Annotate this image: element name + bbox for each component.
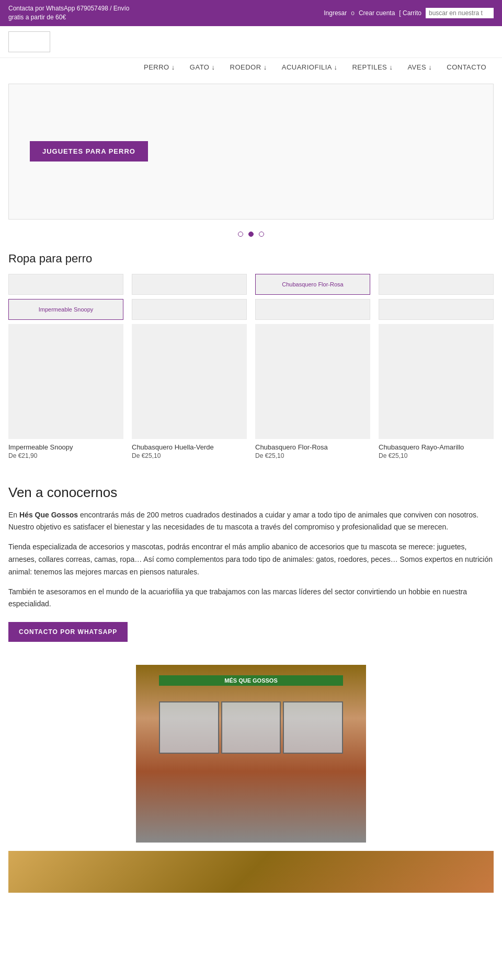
product-price-3: De €25,10 bbox=[379, 452, 494, 459]
or-separator: o bbox=[351, 9, 355, 17]
store-image-container: MÉS QUE GOSSOS bbox=[8, 665, 494, 843]
whatsapp-button[interactable]: CONTACTO POR WHATSAPP bbox=[8, 622, 128, 642]
nav-acuariofilia[interactable]: ACUARIOFILIA ↓ bbox=[275, 60, 345, 74]
header bbox=[0, 26, 502, 58]
bottom-image-strip bbox=[8, 851, 494, 893]
dot-3[interactable] bbox=[259, 232, 264, 237]
know-us-paragraph1: En Hés Que Gossos encontrarás más de 200… bbox=[8, 509, 494, 534]
top-label-2[interactable] bbox=[132, 274, 247, 295]
know-us-section: Ven a conocernos En Hés Que Gossos encon… bbox=[0, 472, 502, 665]
hero-button[interactable]: JUGUETES PARA PERRO bbox=[30, 141, 148, 162]
nav-aves[interactable]: AVES ↓ bbox=[400, 60, 439, 74]
product-price-0: De €21,90 bbox=[8, 452, 123, 459]
product-card-2[interactable]: Chubasquero Flor-Rosa De €25,10 bbox=[255, 324, 370, 459]
second-label-1-text: Impermeable Snoopy bbox=[39, 306, 94, 313]
login-link[interactable]: Ingresar bbox=[324, 9, 347, 17]
create-account-link[interactable]: Crear cuenta bbox=[359, 9, 395, 17]
paragraph1-text: encontrarás más de 200 metros cuadrados … bbox=[8, 511, 478, 532]
store-window-left bbox=[159, 701, 219, 754]
brand-name: Hés Que Gossos bbox=[19, 511, 78, 519]
product-card-1[interactable]: Chubasquero Huella-Verde De €25,10 bbox=[132, 324, 247, 459]
top-bar: Contacta por WhatsApp 679057498 / Envío … bbox=[0, 0, 502, 26]
store-windows bbox=[159, 701, 343, 754]
dot-1[interactable] bbox=[238, 232, 243, 237]
product-image-0 bbox=[8, 324, 123, 439]
store-window-right bbox=[283, 701, 343, 754]
store-window-center bbox=[221, 701, 281, 754]
nav-container: PERRO ↓ GATO ↓ ROEDOR ↓ ACUARIOFILIA ↓ R… bbox=[0, 58, 502, 78]
product-grid: Impermeable Snoopy De €21,90 Chubasquero… bbox=[0, 320, 502, 472]
store-facade: MÉS QUE GOSSOS bbox=[136, 665, 366, 843]
product-image-2 bbox=[255, 324, 370, 439]
nav-reptiles[interactable]: REPTILES ↓ bbox=[345, 60, 400, 74]
product-price-2: De €25,10 bbox=[255, 452, 370, 459]
contact-info: Contacta por WhatsApp 679057498 / Envío … bbox=[8, 4, 144, 22]
nav-roedor[interactable]: ROEDOR ↓ bbox=[223, 60, 275, 74]
nav-gato[interactable]: GATO ↓ bbox=[182, 60, 223, 74]
top-label-3[interactable]: Chubasquero Flor-Rosa bbox=[255, 274, 370, 295]
product-card-3[interactable]: Chubasquero Rayo-Amarillo De €25,10 bbox=[379, 324, 494, 459]
contact-text: Contacta por WhatsApp 679057498 / Envío … bbox=[8, 5, 130, 21]
product-image-3 bbox=[379, 324, 494, 439]
products-section-title: Ropa para perro bbox=[0, 244, 502, 270]
product-name-1: Chubasquero Huella-Verde bbox=[132, 443, 247, 451]
know-us-title: Ven a conocernos bbox=[8, 485, 494, 501]
logo[interactable] bbox=[8, 31, 50, 52]
second-label-4[interactable] bbox=[379, 299, 494, 320]
product-name-2: Chubasquero Flor-Rosa bbox=[255, 443, 370, 451]
product-name-0: Impermeable Snoopy bbox=[8, 443, 123, 451]
search-input[interactable] bbox=[426, 8, 494, 18]
top-label-3-text: Chubasquero Flor-Rosa bbox=[282, 281, 343, 287]
second-label-1[interactable]: Impermeable Snoopy bbox=[8, 299, 123, 320]
top-label-4[interactable] bbox=[379, 274, 494, 295]
second-label-3[interactable] bbox=[255, 299, 370, 320]
second-label-2[interactable] bbox=[132, 299, 247, 320]
nav-contacto[interactable]: CONTACTO bbox=[439, 60, 494, 74]
slider-dots bbox=[0, 225, 502, 244]
nav-perro[interactable]: PERRO ↓ bbox=[136, 60, 182, 74]
product-image-1 bbox=[132, 324, 247, 439]
know-us-paragraph2: Tienda especializada de accesorios y mas… bbox=[8, 541, 494, 578]
cart-link[interactable]: [ Carrito bbox=[399, 9, 421, 17]
top-bar-actions: Ingresar o Crear cuenta [ Carrito bbox=[324, 8, 494, 18]
main-nav bbox=[477, 40, 494, 44]
product-labels-second: Impermeable Snoopy bbox=[0, 297, 502, 320]
top-label-1[interactable] bbox=[8, 274, 123, 295]
product-labels-top: Chubasquero Flor-Rosa bbox=[0, 270, 502, 297]
dot-2[interactable] bbox=[248, 232, 254, 237]
store-sign: MÉS QUE GOSSOS bbox=[159, 675, 343, 686]
hero-banner: JUGUETES PARA PERRO bbox=[8, 84, 494, 220]
know-us-paragraph3: También te asesoramos en el mundo de la … bbox=[8, 586, 494, 611]
product-price-1: De €25,10 bbox=[132, 452, 247, 459]
product-name-3: Chubasquero Rayo-Amarillo bbox=[379, 443, 494, 451]
store-image: MÉS QUE GOSSOS bbox=[136, 665, 366, 843]
product-card-0[interactable]: Impermeable Snoopy De €21,90 bbox=[8, 324, 123, 459]
